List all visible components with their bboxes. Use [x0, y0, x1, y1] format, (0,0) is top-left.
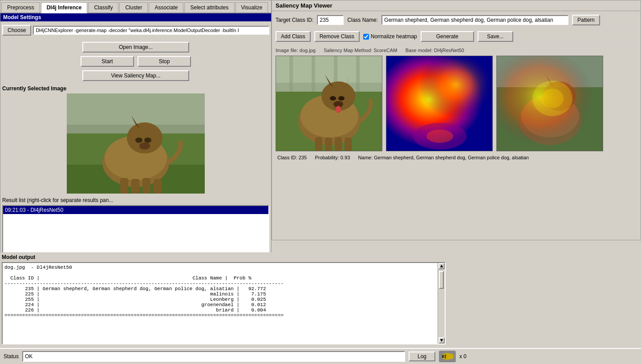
- saliency-panel: Saliency Map Viewer Target Class ID: Cla…: [272, 0, 641, 240]
- class-name-label: Class Name:: [347, 17, 378, 23]
- model-settings-header: Model Settings: [0, 13, 271, 21]
- model-output-label: Model output: [2, 254, 446, 260]
- class-name-input[interactable]: [381, 15, 568, 25]
- image-section: Currently Selected Image: [0, 84, 271, 195]
- svg-point-40: [426, 129, 453, 143]
- normalize-checkbox[interactable]: [363, 34, 369, 40]
- original-dog-image: [276, 56, 382, 151]
- result-item[interactable]: 09:21:03 - Dl4jResNet50: [3, 206, 268, 214]
- image-info-row: Image file: dog.jpg Saliency Map Method:…: [276, 48, 637, 53]
- svg-rect-34: [335, 137, 342, 151]
- target-class-id-input[interactable]: [317, 15, 344, 25]
- svg-rect-13: [131, 179, 139, 194]
- generate-button[interactable]: Generate: [421, 31, 474, 42]
- svg-rect-12: [120, 178, 128, 194]
- svg-rect-35: [345, 138, 352, 151]
- model-path-display: Dl4jCNNExplorer -generate-map -decoder "…: [33, 26, 269, 35]
- pattern-button[interactable]: Pattern: [572, 15, 600, 25]
- tab-visualize[interactable]: Visualize: [235, 2, 268, 12]
- class-result-row: Class ID: 235 Probability: 0.93 Name: Ge…: [276, 155, 637, 160]
- selected-image: [67, 93, 205, 194]
- result-list-label: Result list (right-click for separate re…: [2, 197, 269, 203]
- start-button[interactable]: Start: [81, 56, 134, 67]
- tab-cluster[interactable]: Cluster: [119, 2, 148, 12]
- svg-rect-33: [325, 138, 332, 151]
- svg-rect-32: [315, 137, 322, 151]
- normalize-checkbox-row: Normalize heatmap: [363, 33, 417, 40]
- svg-rect-19: [289, 56, 293, 92]
- svg-rect-20: [312, 56, 315, 92]
- saliency-buttons-row: Add Class Remove Class Normalize heatmap…: [272, 29, 641, 44]
- log-button[interactable]: Log: [409, 352, 435, 361]
- x0-label: x 0: [459, 353, 467, 360]
- tabs-row: Preprocess Dl4j Inference Classify Clust…: [0, 0, 271, 13]
- add-class-button[interactable]: Add Class: [276, 31, 311, 42]
- overlay-image: [497, 56, 603, 151]
- tab-preprocess[interactable]: Preprocess: [1, 2, 40, 12]
- bee-image: [440, 352, 455, 361]
- svg-point-31: [336, 106, 341, 113]
- three-images-row: [276, 56, 637, 151]
- saliency-images-area: Image file: dog.jpg Saliency Map Method:…: [272, 44, 641, 164]
- tab-classify[interactable]: Classify: [88, 2, 118, 12]
- normalize-label: Normalize heatmap: [371, 33, 417, 40]
- class-id-result: Class ID: 235: [277, 155, 307, 160]
- model-output-section: Model output dog.jpg - Dl4jResNet50 Clas…: [0, 252, 447, 348]
- svg-rect-22: [356, 56, 360, 92]
- class-name-result: Name: German shepherd, German shepherd d…: [358, 155, 529, 160]
- scrollbar-up-button[interactable]: ▲: [438, 263, 445, 269]
- target-class-id-label: Target Class ID:: [276, 17, 313, 23]
- bee-icon: [439, 351, 456, 362]
- tab-dl4j-inference[interactable]: Dl4j Inference: [41, 2, 88, 13]
- model-output-box[interactable]: dog.jpg - Dl4jResNet50 Class ID | Class …: [2, 262, 446, 344]
- scrollbar-track[interactable]: ▲ ▼: [438, 263, 445, 344]
- save-button[interactable]: Save...: [478, 31, 513, 42]
- remove-class-button[interactable]: Remove Class: [314, 31, 360, 42]
- status-label: Status: [4, 353, 19, 360]
- base-model-label: Base model: Dl4jResNet50: [406, 48, 464, 53]
- saliency-title: Saliency Map Viewer: [272, 0, 641, 11]
- model-settings-section: Choose Dl4jCNNExplorer -generate-map -de…: [0, 21, 271, 39]
- heatmap-image-box: [386, 56, 493, 151]
- open-image-button[interactable]: Open Image...: [82, 42, 189, 53]
- svg-rect-52: [442, 355, 444, 358]
- svg-point-28: [338, 96, 345, 101]
- svg-point-29: [330, 96, 336, 101]
- status-input[interactable]: [22, 351, 405, 362]
- output-text: dog.jpg - Dl4jResNet50 Class ID | Class …: [4, 265, 434, 318]
- svg-point-10: [135, 138, 142, 143]
- tab-select-attributes[interactable]: Select attributes: [184, 2, 234, 12]
- tab-associate[interactable]: Associate: [149, 2, 183, 12]
- saliency-controls-row1: Target Class ID: Class Name: Pattern: [272, 11, 641, 29]
- svg-rect-3: [67, 93, 205, 125]
- scrollbar-thumb[interactable]: [439, 271, 444, 289]
- choose-button[interactable]: Choose: [2, 25, 31, 36]
- svg-point-9: [144, 138, 151, 143]
- svg-point-50: [541, 89, 564, 108]
- stop-button[interactable]: Stop: [138, 56, 191, 67]
- saliency-method-label: Saliency Map Method: ScoreCAM: [324, 48, 397, 53]
- image-file-label: Image file: dog.jpg: [276, 48, 316, 53]
- action-buttons-area: Open Image... Start Stop View Saliency M…: [0, 39, 271, 84]
- probability-result: Probability: 0.93: [315, 155, 350, 160]
- scrollbar-down-button[interactable]: ▼: [438, 337, 445, 344]
- svg-point-11: [139, 142, 150, 150]
- original-image-box: [276, 56, 382, 151]
- view-saliency-button[interactable]: View Saliency Map...: [82, 70, 189, 81]
- overlay-image-box: [496, 56, 603, 151]
- svg-rect-15: [154, 179, 162, 194]
- svg-rect-14: [142, 178, 150, 194]
- svg-point-55: [446, 353, 454, 360]
- dog-silhouette: [67, 93, 205, 194]
- status-bar: Status Log x 0: [0, 348, 641, 364]
- current-image-label: Currently Selected Image: [2, 85, 269, 92]
- heatmap-image: [386, 56, 493, 151]
